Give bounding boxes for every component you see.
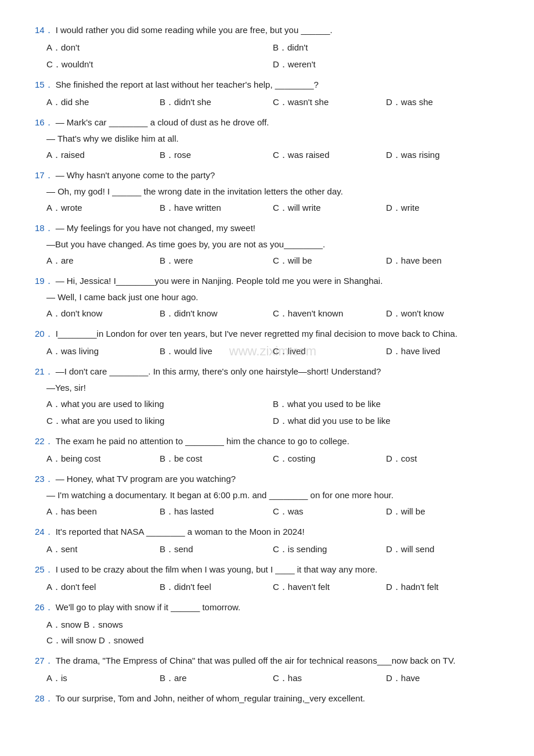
q26-text: We'll go to play with snow if it ______ … (56, 600, 499, 614)
q28-text: To our surprise, Tom and John, neither o… (56, 692, 499, 705)
q14-text: I would rather you did some reading whil… (56, 23, 499, 37)
q25-optB: B．didn't feel (160, 579, 273, 595)
q27-num: 27． (35, 656, 53, 667)
q22-num: 22． (35, 436, 53, 447)
q24-optC: C．is sending (273, 541, 386, 557)
q20-options-wrapper: A．was living B．would live C．lived D．have… (35, 343, 499, 359)
q21-optA: A．what you are used to liking (46, 396, 273, 412)
q25-optA: A．don't feel (46, 579, 160, 595)
q19-optA: A．don't know (46, 305, 160, 321)
q28-num: 28． (35, 693, 53, 704)
q17-optD: D．write (386, 200, 499, 215)
q18-optB: B．were (160, 253, 273, 268)
question-20: 20． I________in London for over ten year… (35, 327, 499, 359)
question-16: 16． — Mark's car ________ a cloud of dus… (35, 116, 499, 163)
q20-options: A．was living B．would live C．lived D．have… (46, 343, 499, 359)
question-19: 19． — Hi, Jessica! I________you were in … (35, 274, 499, 321)
q14-num: 14． (35, 25, 53, 36)
q14-options: A．don't B．didn't C．wouldn't D．weren't (46, 39, 499, 72)
q17-optA: A．wrote (46, 200, 160, 215)
q17-dialog: — Oh, my god! I ______ the wrong date in… (46, 185, 499, 199)
q25-options: A．don't feel B．didn't feel C．haven't fel… (46, 579, 499, 595)
q16-text: — Mark's car ________ a cloud of dust as… (56, 116, 499, 129)
q16-dialog: — That's why we dislike him at all. (46, 132, 499, 146)
q23-num: 23． (35, 474, 53, 485)
q22-options: A．being cost B．be cost C．costing D．cost (46, 451, 499, 466)
q22-optB: B．be cost (160, 451, 273, 466)
exam-content: 14． I would rather you did some reading … (35, 23, 499, 705)
q24-options: A．sent B．send C．is sending D．will send (46, 541, 499, 557)
q24-optB: B．send (160, 541, 273, 557)
question-15: 15． She finished the report at last with… (35, 78, 499, 110)
q23-optD: D．will be (386, 503, 499, 519)
q19-optD: D．won't know (386, 305, 499, 321)
q20-optB: B．would live (160, 343, 273, 359)
question-26: 26． We'll go to play with snow if it ___… (35, 600, 499, 648)
question-21: 21． —I don't care ________. In this army… (35, 365, 499, 429)
q18-options: A．are B．were C．will be D．have been (46, 253, 499, 268)
q21-optD: D．what did you use to be like (273, 413, 499, 429)
q21-num: 21． (35, 366, 53, 377)
q18-optA: A．are (46, 253, 160, 268)
q19-dialog: — Well, I came back just one hour ago. (46, 290, 499, 304)
q18-optD: D．have been (386, 253, 499, 268)
q17-num: 17． (35, 170, 53, 181)
q17-optC: C．will write (273, 200, 386, 215)
q22-optA: A．being cost (46, 451, 160, 466)
q21-optB: B．what you used to be like (273, 396, 499, 412)
q15-optB: B．didn't she (160, 94, 273, 110)
q20-optA: A．was living (46, 343, 160, 359)
question-24: 24． It's reported that NASA ________ a w… (35, 525, 499, 557)
q14-optC: C．wouldn't (46, 56, 273, 72)
q16-options: A．raised B．rose C．was raised D．was risin… (46, 147, 499, 163)
q20-optC: C．lived (273, 343, 386, 359)
q23-optA: A．has been (46, 503, 160, 519)
q23-optB: B．has lasted (160, 503, 273, 519)
q16-optC: C．was raised (273, 147, 386, 163)
q18-num: 18． (35, 223, 53, 234)
q17-text: — Why hasn't anyone come to the party? (56, 168, 499, 182)
q16-optB: B．rose (160, 147, 273, 163)
q14-optD: D．weren't (273, 56, 499, 72)
q26-optAB: A．snow B．snows (46, 617, 499, 632)
question-28: 28． To our surprise, Tom and John, neith… (35, 692, 499, 705)
q14-optB: B．didn't (273, 39, 499, 55)
q15-num: 15． (35, 80, 53, 91)
question-25: 25． I used to be crazy about the film wh… (35, 563, 499, 595)
q25-optD: D．hadn't felt (386, 579, 499, 595)
q27-optC: C．has (273, 670, 386, 686)
question-14: 14． I would rather you did some reading … (35, 23, 499, 72)
q23-text: — Honey, what TV program are you watchin… (56, 472, 499, 486)
q27-options: A．is B．are C．has D．have (46, 670, 499, 686)
q22-text: The exam he paid no attention to _______… (56, 434, 499, 448)
question-17: 17． — Why hasn't anyone come to the part… (35, 168, 499, 215)
q26-optCD: C．will snow D．snowed (46, 632, 499, 648)
q24-optD: D．will send (386, 541, 499, 557)
q15-optC: C．wasn't she (273, 94, 386, 110)
q20-optD: D．have lived (386, 343, 499, 359)
q26-options: A．snow B．snows C．will snow D．snowed (46, 617, 499, 648)
q21-options: A．what you are used to liking B．what you… (46, 396, 499, 429)
q25-optC: C．haven't felt (273, 579, 386, 595)
q24-num: 24． (35, 527, 53, 538)
q23-dialog: — I'm watching a documentary. It began a… (46, 488, 499, 502)
q19-num: 19． (35, 276, 53, 287)
q19-optC: C．haven't known (273, 305, 386, 321)
q24-text: It's reported that NASA ________ a woman… (56, 525, 499, 539)
q27-text: The drama, "The Empress of China" that w… (56, 654, 499, 668)
question-18: 18． — My feelings for you have not chang… (35, 221, 499, 268)
q27-optD: D．have (386, 670, 499, 686)
q15-optD: D．was she (386, 94, 499, 110)
question-27: 27． The drama, "The Empress of China" th… (35, 654, 499, 686)
q15-options: A．did she B．didn't she C．wasn't she D．wa… (46, 94, 499, 110)
q21-dialog: —Yes, sir! (46, 381, 499, 395)
question-22: 22． The exam he paid no attention to ___… (35, 434, 499, 466)
q22-optC: C．costing (273, 451, 386, 466)
q16-num: 16． (35, 117, 53, 128)
q20-text: I________in London for over ten years, b… (56, 327, 499, 341)
q23-options: A．has been B．has lasted C．was D．will be (46, 503, 499, 519)
q16-optA: A．raised (46, 147, 160, 163)
q15-text: She finished the report at last without … (56, 78, 499, 92)
q18-optC: C．will be (273, 253, 386, 268)
q24-optA: A．sent (46, 541, 160, 557)
